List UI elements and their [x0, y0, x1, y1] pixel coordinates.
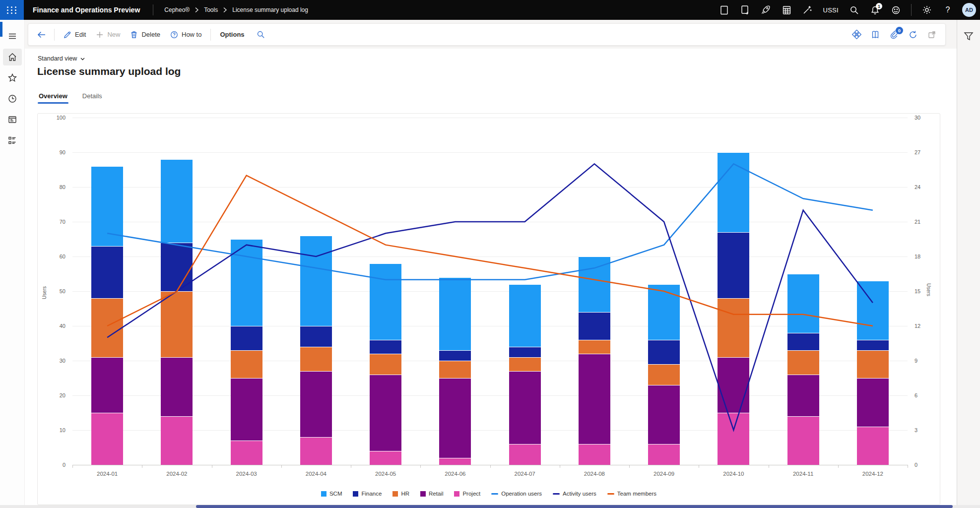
- bar-segment-hr[interactable]: [857, 350, 889, 378]
- horizontal-scrollbar[interactable]: [0, 505, 980, 508]
- bar-segment-project[interactable]: [718, 413, 749, 465]
- device-preview-icon[interactable]: [736, 2, 753, 18]
- bar-segment-scm[interactable]: [300, 236, 332, 326]
- magic-wand-icon[interactable]: [799, 2, 816, 18]
- breadcrumb-item[interactable]: Tools: [204, 6, 218, 13]
- edit-button[interactable]: Edit: [59, 28, 91, 42]
- bar-segment-scm[interactable]: [370, 263, 401, 340]
- bar-segment-finance[interactable]: [370, 340, 401, 354]
- rocket-icon[interactable]: [757, 2, 774, 18]
- bar-segment-retail[interactable]: [579, 354, 610, 444]
- settings-gear-icon[interactable]: [918, 2, 935, 18]
- feedback-smiley-icon[interactable]: [887, 2, 904, 18]
- sidebar-item-workspaces[interactable]: [0, 109, 25, 130]
- bar-segment-scm[interactable]: [648, 284, 680, 340]
- legend-item-operation-users[interactable]: Operation users: [491, 491, 542, 497]
- bar-segment-retail[interactable]: [370, 375, 401, 451]
- attachments-icon[interactable]: 0: [886, 27, 903, 43]
- bar-segment-hr[interactable]: [509, 357, 541, 371]
- bar-segment-project[interactable]: [857, 427, 889, 465]
- bar-segment-project[interactable]: [579, 444, 610, 465]
- bar-segment-project[interactable]: [91, 413, 123, 465]
- bar-segment-project[interactable]: [161, 416, 193, 465]
- bar-segment-finance[interactable]: [509, 347, 541, 357]
- bar-segment-hr[interactable]: [787, 350, 819, 375]
- legend-item-scm[interactable]: SCM: [321, 491, 342, 497]
- bar-segment-hr[interactable]: [648, 364, 680, 385]
- bar-segment-hr[interactable]: [718, 298, 749, 357]
- bar-segment-retail[interactable]: [718, 357, 749, 413]
- bar-segment-retail[interactable]: [439, 378, 471, 458]
- search-icon[interactable]: [846, 2, 862, 18]
- sidebar-item-recent[interactable]: [0, 88, 25, 109]
- bar-segment-retail[interactable]: [300, 371, 332, 437]
- bar-segment-finance[interactable]: [300, 326, 332, 347]
- legend-item-retail[interactable]: Retail: [420, 491, 443, 497]
- bar-segment-scm[interactable]: [857, 281, 889, 340]
- bar-segment-scm[interactable]: [509, 284, 541, 347]
- bar-segment-finance[interactable]: [718, 232, 749, 298]
- options-button[interactable]: Options: [215, 28, 249, 41]
- tab-overview[interactable]: Overview: [38, 90, 68, 104]
- bar-segment-hr[interactable]: [161, 291, 193, 357]
- bar-segment-finance[interactable]: [439, 350, 471, 361]
- notifications-bell-icon[interactable]: 1: [866, 2, 883, 18]
- screen-size-icon[interactable]: [716, 2, 732, 18]
- bar-segment-project[interactable]: [648, 444, 680, 465]
- legend-item-team-members[interactable]: Team members: [607, 491, 656, 497]
- bar-segment-scm[interactable]: [231, 239, 262, 326]
- howto-button[interactable]: How to: [165, 28, 206, 42]
- bar-segment-scm[interactable]: [91, 166, 123, 246]
- bar-segment-scm[interactable]: [718, 152, 749, 232]
- bar-segment-hr[interactable]: [300, 347, 332, 371]
- breadcrumb-item[interactable]: License summary upload log: [232, 6, 308, 13]
- help-icon[interactable]: ?: [939, 2, 956, 18]
- legend-item-finance[interactable]: Finance: [353, 491, 382, 497]
- line-team-members[interactable]: [107, 176, 873, 326]
- legend-item-activity-users[interactable]: Activity users: [553, 491, 596, 497]
- bar-segment-retail[interactable]: [857, 378, 889, 427]
- tab-details[interactable]: Details: [81, 90, 103, 104]
- bar-segment-project[interactable]: [439, 458, 471, 465]
- bar-segment-finance[interactable]: [161, 243, 193, 291]
- bar-segment-retail[interactable]: [91, 357, 123, 413]
- avatar[interactable]: AD: [962, 3, 976, 17]
- refresh-icon[interactable]: [905, 27, 921, 43]
- bar-segment-retail[interactable]: [787, 375, 819, 416]
- filter-funnel-icon[interactable]: [963, 31, 974, 508]
- toolbar-search-icon[interactable]: [253, 27, 269, 43]
- delete-button[interactable]: Delete: [125, 28, 165, 42]
- sidebar-item-home[interactable]: [0, 47, 25, 67]
- view-switcher-icon[interactable]: [848, 27, 865, 43]
- bar-segment-finance[interactable]: [787, 333, 819, 350]
- bar-segment-project[interactable]: [300, 437, 332, 465]
- bar-segment-scm[interactable]: [161, 159, 193, 243]
- bar-segment-project[interactable]: [787, 416, 819, 465]
- bar-segment-scm[interactable]: [787, 274, 819, 333]
- legend-item-hr[interactable]: HR: [392, 491, 409, 497]
- bar-segment-project[interactable]: [509, 444, 541, 465]
- bar-segment-hr[interactable]: [370, 354, 401, 375]
- sidebar-item-favorites[interactable]: [0, 67, 25, 88]
- hamburger-menu-button[interactable]: [0, 26, 25, 47]
- bar-segment-hr[interactable]: [231, 350, 262, 378]
- bar-segment-finance[interactable]: [648, 340, 680, 364]
- bar-segment-scm[interactable]: [579, 256, 610, 312]
- line-activity-users[interactable]: [107, 164, 873, 430]
- bar-segment-finance[interactable]: [231, 326, 262, 350]
- bar-segment-hr[interactable]: [439, 361, 471, 378]
- breadcrumb-item[interactable]: Cepheo®: [164, 6, 190, 13]
- app-launcher-button[interactable]: [0, 0, 24, 20]
- app-title[interactable]: Finance and Operations Preview: [33, 6, 140, 14]
- bar-segment-scm[interactable]: [439, 277, 471, 350]
- bar-segment-finance[interactable]: [579, 312, 610, 340]
- popout-icon[interactable]: [923, 27, 940, 43]
- bar-segment-finance[interactable]: [91, 246, 123, 298]
- bar-segment-finance[interactable]: [857, 340, 889, 350]
- bar-segment-retail[interactable]: [509, 371, 541, 444]
- view-selector[interactable]: Standard view: [38, 55, 85, 62]
- bar-segment-retail[interactable]: [648, 385, 680, 444]
- bar-segment-project[interactable]: [231, 441, 262, 465]
- environment-label[interactable]: USSI: [820, 6, 842, 14]
- bar-segment-retail[interactable]: [161, 357, 193, 416]
